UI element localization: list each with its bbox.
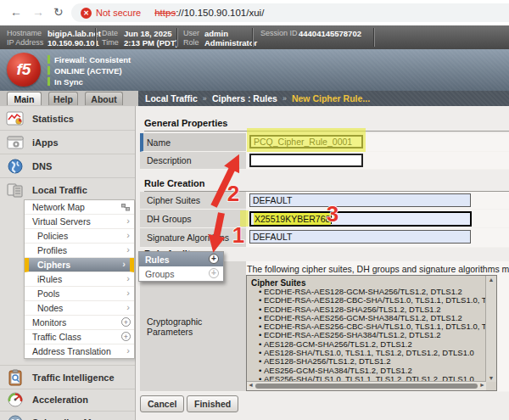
breadcrumb-level2[interactable]: Ciphers : Rules [212, 93, 277, 104]
description-label: Description [140, 152, 246, 170]
sidebar-item-pools[interactable]: Pools› [25, 287, 134, 301]
flyout-label: Rules [145, 255, 170, 265]
sidebar-item-subscriber-management[interactable]: Subscriber Management [0, 411, 135, 420]
sidebar-item-label: Subscriber Management [32, 417, 141, 420]
sidebar-item-nodes[interactable]: Nodes› [25, 301, 134, 316]
horizontal-scrollbar[interactable]: ◄► [247, 381, 486, 390]
description-value-cell [246, 152, 509, 170]
signature-algorithms-text: DEFAULT [253, 232, 292, 242]
divider [373, 28, 375, 47]
scroll-up-icon[interactable]: ▲ [486, 277, 496, 283]
status-sync-label: In Sync [54, 77, 83, 87]
chevron-right-icon: › [126, 244, 130, 255]
local-traffic-icon [5, 182, 25, 199]
scroll-left-icon[interactable]: ◄ [248, 382, 254, 388]
cipher-list-item: •AES256-SHA/TLS1.0, TLS1.1, TLS1.2, DTLS… [251, 375, 485, 381]
create-monitor-icon[interactable]: + [121, 317, 131, 327]
sidebar-item-label: DNS [32, 161, 52, 171]
sidebar-item-dns[interactable]: DNS [0, 154, 135, 178]
dh-groups-input[interactable]: X25519KYBER768 [249, 211, 472, 227]
sidebar-item-acceleration[interactable]: Acceleration [0, 388, 135, 412]
sidebar-item-policies[interactable]: Policies› [25, 229, 134, 244]
date-value: Jun 18, 2025 [124, 29, 172, 38]
submenu-label: Monitors [32, 317, 66, 328]
back-icon[interactable]: ← [10, 5, 22, 19]
sidebar-item-label: Statistics [32, 114, 74, 124]
sidebar-item-ciphers[interactable]: Ciphers› [25, 258, 134, 272]
breadcrumb-current: New Cipher Rule... [292, 93, 370, 104]
section-general-properties: General Properties [144, 118, 509, 132]
ip-value: 10.150.90.101 [48, 38, 99, 48]
sidebar-item-label: Traffic Intelligence [32, 372, 115, 383]
tab-main[interactable]: Main [7, 92, 42, 105]
time-label: Time [102, 38, 119, 47]
iapps-icon [5, 134, 25, 151]
name-input[interactable] [249, 135, 363, 148]
dh-groups-text: X25519KYBER768 [254, 213, 331, 225]
cipher-match-list: Cipher Suites •ECDHE-RSA-AES128-GCM-SHA2… [248, 277, 485, 381]
sidebar-item-monitors[interactable]: Monitors+ [25, 316, 134, 330]
create-group-icon[interactable]: + [209, 268, 219, 278]
ciphers-flyout-menu: Rules+ Groups+ [138, 251, 224, 282]
url-text[interactable]: https://10.150.90.101/xui/ [154, 8, 264, 18]
flyout-item-rules[interactable]: Rules+ [139, 252, 223, 266]
divider [95, 28, 97, 47]
sidebar-item-network-map[interactable]: Network Map [25, 200, 134, 215]
scroll-down-icon[interactable]: ▼ [486, 375, 496, 381]
divider [252, 28, 254, 47]
status-online-label: ONLINE (ACTIVE) [54, 66, 122, 76]
scroll-right-icon[interactable]: ► [479, 382, 485, 388]
sidebar-item-statistics[interactable]: Statistics [0, 107, 135, 131]
user-value: admin [204, 29, 228, 38]
reload-icon[interactable]: ↻ [53, 5, 64, 19]
signature-algorithms-label: Signature Algorithms [140, 228, 246, 248]
description-row: Description [140, 152, 509, 170]
cipher-suites-value-cell: DEFAULT [246, 192, 509, 210]
vertical-scrollbar[interactable]: ▲▼ [485, 276, 496, 382]
browser-bar: ← → ↻ ✕ Not secure https://10.150.90.101… [0, 0, 509, 26]
f5-logo[interactable]: f5 [7, 53, 41, 87]
chevron-right-icon: › [126, 273, 130, 283]
sidebar-item-irules[interactable]: iRules› [25, 272, 134, 287]
sidebar-item-traffic-intelligence[interactable]: Traffic Intelligence [0, 365, 135, 389]
status-green-bar [48, 66, 50, 75]
dh-groups-value-cell: X25519KYBER768 [246, 210, 509, 228]
name-row: Name [140, 133, 509, 152]
breadcrumb-level1[interactable]: Local Traffic [145, 93, 198, 104]
sidebar-item-traffic-class[interactable]: Traffic Class+ [25, 330, 134, 344]
tab-help[interactable]: Help [48, 92, 78, 105]
cipher-suites-input[interactable]: DEFAULT [249, 193, 471, 207]
sidebar-item-local-traffic[interactable]: Local Traffic [0, 178, 135, 201]
cipher-suites-text: DEFAULT [253, 195, 292, 205]
sidebar-item-virtual-servers[interactable]: Virtual Servers› [25, 215, 134, 229]
sidebar-item-iapps[interactable]: iApps [0, 131, 135, 154]
submenu-label: Pools [37, 288, 59, 299]
address-bar[interactable]: ✕ Not secure https://10.150.90.101/xui/ [71, 3, 509, 22]
cancel-button[interactable]: Cancel [140, 395, 184, 412]
tab-about[interactable]: About [85, 92, 123, 105]
divider [176, 28, 178, 47]
traffic-intelligence-icon [5, 369, 25, 386]
create-traffic-class-icon[interactable]: + [121, 332, 131, 341]
session-id-label: Session ID [260, 29, 298, 37]
user-label: User [183, 29, 199, 37]
sidebar-item-address-translation[interactable]: Address Translation› [25, 344, 134, 358]
forward-icon[interactable]: → [32, 5, 44, 19]
sidebar-item-label: Acceleration [32, 395, 88, 405]
device-info-bar: Hostname bigipA.lab.net IP Address 10.15… [0, 25, 509, 49]
scrollbar-thumb[interactable] [255, 384, 478, 389]
signature-algorithms-input[interactable]: DEFAULT [249, 230, 471, 244]
create-rule-icon[interactable]: + [209, 254, 219, 264]
cipher-suites-label: Cipher Suites [140, 192, 246, 210]
signature-algorithms-row: Signature Algorithms DEFAULT [140, 228, 509, 248]
not-secure-label[interactable]: Not secure [96, 8, 141, 18]
chevron-right-icon: › [126, 288, 130, 298]
section-rule-creation: Rule Creation [144, 178, 509, 192]
not-secure-icon: ✕ [81, 8, 92, 19]
flyout-item-groups[interactable]: Groups+ [139, 266, 223, 281]
url-rest: ://10.150.90.101/xui/ [176, 8, 264, 18]
sidebar-item-profiles[interactable]: Profiles› [25, 244, 134, 258]
finished-button[interactable]: Finished [187, 395, 238, 412]
sidebar-item-label: Local Traffic [32, 185, 87, 195]
description-input[interactable] [249, 154, 363, 167]
